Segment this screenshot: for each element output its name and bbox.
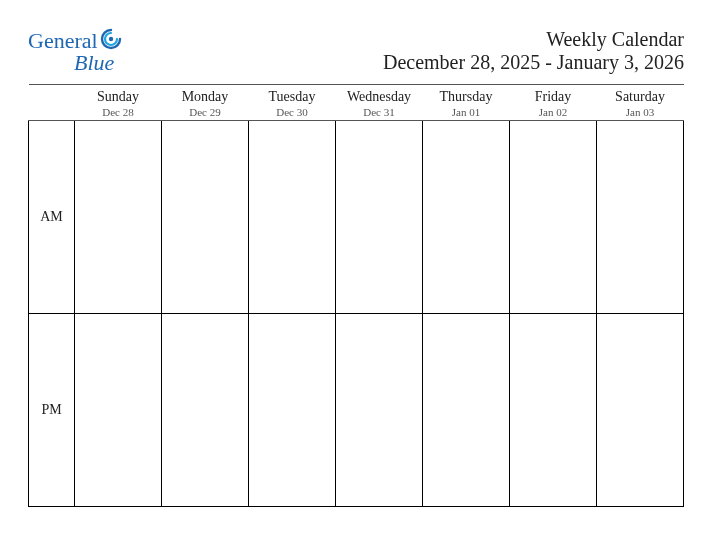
cell-am-tue[interactable] [249,121,336,314]
calendar-page: General Blue Weekly Calendar December 28… [0,0,712,531]
day-header-mon: Monday Dec 29 [162,85,249,121]
day-header-thu: Thursday Jan 01 [423,85,510,121]
day-name: Friday [510,89,597,105]
header-corner [29,85,75,121]
header-bar: General Blue Weekly Calendar December 28… [28,28,684,74]
brand-text-1: General [28,30,98,52]
brand-logo: General Blue [28,28,122,74]
day-header-row: Sunday Dec 28 Monday Dec 29 Tuesday Dec … [29,85,684,121]
row-label-pm: PM [29,314,75,507]
day-header-sat: Saturday Jan 03 [597,85,684,121]
cell-pm-tue[interactable] [249,314,336,507]
day-date: Jan 02 [510,106,597,118]
cell-pm-sat[interactable] [597,314,684,507]
day-date: Jan 03 [597,106,684,118]
cell-am-wed[interactable] [336,121,423,314]
day-name: Saturday [597,89,684,105]
page-title: Weekly Calendar [383,28,684,51]
brand-text-2: Blue [74,52,114,74]
day-date: Dec 30 [249,106,336,118]
row-label-am: AM [29,121,75,314]
cell-pm-thu[interactable] [423,314,510,507]
svg-point-0 [108,37,112,41]
weekly-calendar-table: Sunday Dec 28 Monday Dec 29 Tuesday Dec … [28,84,684,507]
day-name: Wednesday [336,89,423,105]
day-date: Dec 29 [162,106,249,118]
row-pm: PM [29,314,684,507]
cell-am-thu[interactable] [423,121,510,314]
day-date: Jan 01 [423,106,510,118]
cell-pm-mon[interactable] [162,314,249,507]
cell-am-sun[interactable] [75,121,162,314]
day-header-fri: Friday Jan 02 [510,85,597,121]
cell-am-sat[interactable] [597,121,684,314]
day-name: Tuesday [249,89,336,105]
date-range: December 28, 2025 - January 3, 2026 [383,51,684,74]
day-date: Dec 28 [75,106,162,118]
day-name: Thursday [423,89,510,105]
day-name: Sunday [75,89,162,105]
day-name: Monday [162,89,249,105]
cell-pm-sun[interactable] [75,314,162,507]
day-header-sun: Sunday Dec 28 [75,85,162,121]
page-heading: Weekly Calendar December 28, 2025 - Janu… [383,28,684,74]
row-am: AM [29,121,684,314]
day-header-wed: Wednesday Dec 31 [336,85,423,121]
day-date: Dec 31 [336,106,423,118]
cell-pm-wed[interactable] [336,314,423,507]
cell-pm-fri[interactable] [510,314,597,507]
cell-am-fri[interactable] [510,121,597,314]
day-header-tue: Tuesday Dec 30 [249,85,336,121]
cell-am-mon[interactable] [162,121,249,314]
